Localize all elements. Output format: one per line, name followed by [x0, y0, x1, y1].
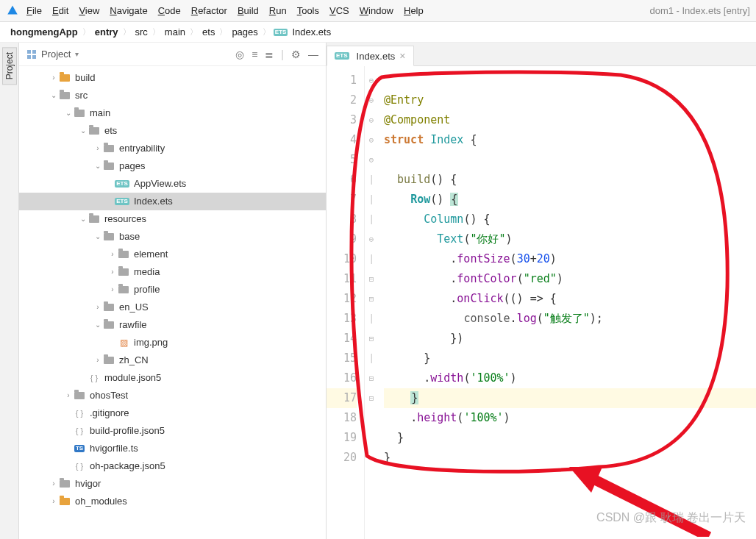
expand-arrow-icon[interactable]: › [107, 281, 118, 299]
project-sidebar: Project ▾ ◎ ≡ ≣ | ⚙ — ›build⌄src⌄main⌄et… [19, 43, 327, 539]
expand-arrow-icon[interactable]: ⌄ [78, 210, 88, 228]
chevron-down-icon[interactable]: ▾ [75, 50, 79, 58]
expand-arrow-icon[interactable]: › [93, 351, 103, 369]
gear-icon[interactable]: ⚙ [291, 49, 301, 60]
crumb[interactable]: Index.ets [290, 26, 332, 38]
fold-column[interactable]: ⊖⊖⊖⊖⊖│││⊖│⊟⊟│⊟│⊟⊟ [365, 66, 378, 539]
menu-refactor[interactable]: Refactor [191, 5, 227, 16]
tree-label: Index.ets [134, 193, 173, 210]
code-area[interactable]: 1234567891011121314151617181920 ⊖⊖⊖⊖⊖│││… [327, 66, 756, 539]
tree-node[interactable]: ›hvigor [19, 475, 326, 493]
expand-arrow-icon[interactable]: ⌄ [93, 228, 103, 246]
expand-all-icon[interactable]: ≡ [252, 49, 257, 60]
expand-arrow-icon[interactable]: › [107, 246, 118, 263]
tree-node[interactable]: ETSIndex.ets [19, 193, 326, 210]
crumb[interactable]: main [163, 26, 187, 38]
tree-node[interactable]: ⌄ets [19, 122, 326, 140]
crumb[interactable]: entry [93, 26, 120, 38]
tree-node[interactable]: ›build [19, 69, 326, 87]
tree-node[interactable]: ›ohosTest [19, 387, 326, 404]
menu-navigate[interactable]: Navigate [110, 5, 147, 16]
expand-arrow-icon[interactable]: › [107, 263, 118, 281]
breadcrumb-sep: 〉 [82, 26, 90, 38]
tree-node[interactable]: ›en_US [19, 299, 326, 316]
expand-arrow-icon[interactable]: ⌄ [78, 122, 88, 140]
crumb[interactable]: src [134, 26, 149, 38]
app-logo-icon [6, 4, 19, 18]
tree-node[interactable]: ⌄pages [19, 157, 326, 175]
ets-file-icon: ETS [274, 29, 288, 36]
tab-index-ets[interactable]: ETS Index.ets × [327, 46, 414, 66]
project-tool-tab[interactable]: Project [2, 47, 17, 85]
project-icon [26, 49, 37, 60]
expand-arrow-icon[interactable]: › [93, 140, 103, 157]
close-icon[interactable]: × [399, 50, 405, 62]
tree-node[interactable]: ETSAppView.ets [19, 175, 326, 193]
tree-label: entryability [119, 140, 165, 157]
menu-vcs[interactable]: VCS [329, 5, 349, 16]
code-content[interactable]: @Entry@Componentstruct Index { build() {… [378, 66, 756, 539]
menu-help[interactable]: Help [404, 5, 424, 16]
tree-node[interactable]: { }build-profile.json5 [19, 422, 326, 440]
select-opened-icon[interactable]: ◎ [235, 49, 244, 60]
collapse-all-icon[interactable]: ≣ [265, 49, 274, 60]
tree-label: pages [119, 157, 145, 175]
tree-node[interactable]: ›oh_modules [19, 493, 326, 510]
tree-node[interactable]: ⌄main [19, 104, 326, 122]
expand-arrow-icon[interactable]: › [63, 387, 74, 404]
tree-label: ets [104, 122, 117, 140]
tree-node[interactable]: ⌄src [19, 87, 326, 104]
expand-arrow-icon[interactable]: ⌄ [93, 157, 103, 175]
expand-arrow-icon[interactable]: ⌄ [49, 87, 59, 104]
tree-node[interactable]: ▨img.png [19, 334, 326, 351]
tree-label: ohosTest [90, 387, 128, 404]
menu-view[interactable]: View [79, 5, 99, 16]
expand-arrow-icon[interactable]: › [49, 475, 59, 493]
crumb[interactable]: hongmengApp [9, 26, 79, 38]
menu-tools[interactable]: Tools [297, 5, 319, 16]
sidebar-title: Project [41, 49, 71, 60]
breadcrumb-sep: 〉 [263, 26, 271, 38]
crumb[interactable]: ets [201, 26, 216, 38]
menu-build[interactable]: Build [238, 5, 259, 16]
tree-node[interactable]: { }module.json5 [19, 369, 326, 387]
menu-edit[interactable]: Edit [52, 5, 68, 16]
expand-arrow-icon[interactable]: › [93, 299, 103, 316]
tree-node[interactable]: ›zh_CN [19, 351, 326, 369]
tree-node[interactable]: ⌄rawfile [19, 316, 326, 334]
menu-window[interactable]: Window [360, 5, 393, 16]
tab-label: Index.ets [357, 51, 396, 62]
menu-code[interactable]: Code [158, 5, 181, 16]
window-title: dom1 - Index.ets [entry] [649, 5, 750, 16]
tree-label: hvigorfile.ts [90, 440, 138, 457]
tree-node[interactable]: TShvigorfile.ts [19, 440, 326, 457]
breadcrumb-sep: 〉 [152, 26, 160, 38]
tree-node[interactable]: ›profile [19, 281, 326, 299]
tree-label: zh_CN [119, 351, 149, 369]
tree-label: resources [104, 210, 146, 228]
tree-label: .gitignore [90, 404, 129, 422]
breadcrumb: hongmengApp〉entry〉src〉main〉ets〉pages〉ETS… [0, 22, 756, 43]
tree-node[interactable]: ›media [19, 263, 326, 281]
tree-node[interactable]: { }.gitignore [19, 404, 326, 422]
tree-node[interactable]: ⌄resources [19, 210, 326, 228]
menu-run[interactable]: Run [269, 5, 287, 16]
project-tree: ›build⌄src⌄main⌄ets›entryability⌄pagesET… [19, 66, 326, 539]
expand-arrow-icon[interactable]: ⌄ [63, 104, 74, 122]
tree-label: hvigor [75, 475, 101, 493]
crumb[interactable]: pages [230, 26, 259, 38]
menu-file[interactable]: File [26, 5, 42, 16]
tree-label: oh_modules [75, 493, 127, 510]
hide-icon[interactable]: — [308, 49, 318, 60]
tree-node[interactable]: ›entryability [19, 140, 326, 157]
expand-arrow-icon[interactable]: › [49, 493, 59, 510]
tree-label: profile [134, 281, 160, 299]
expand-arrow-icon[interactable]: ⌄ [93, 316, 103, 334]
tree-label: src [75, 87, 88, 104]
expand-arrow-icon[interactable]: › [49, 69, 59, 87]
tree-node[interactable]: ⌄base [19, 228, 326, 246]
tree-label: main [90, 104, 110, 122]
tree-label: base [119, 228, 140, 246]
tree-node[interactable]: ›element [19, 246, 326, 263]
tree-node[interactable]: { }oh-package.json5 [19, 457, 326, 475]
